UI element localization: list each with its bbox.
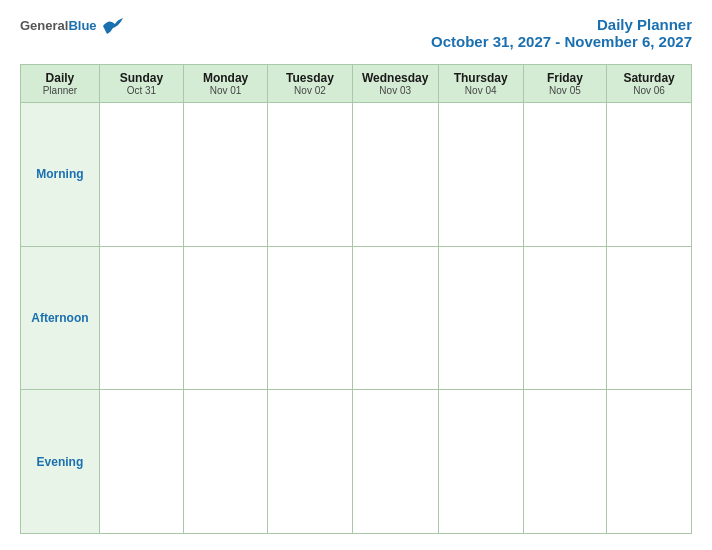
monday-date: Nov 01 xyxy=(188,85,263,96)
saturday-date: Nov 06 xyxy=(611,85,687,96)
cell-morning-thursday[interactable] xyxy=(438,103,523,247)
col-header-label: Daily Planner xyxy=(21,65,100,103)
cell-evening-thursday[interactable] xyxy=(438,390,523,534)
cell-afternoon-wednesday[interactable] xyxy=(352,246,438,390)
col-header-saturday: Saturday Nov 06 xyxy=(607,65,692,103)
cell-afternoon-tuesday[interactable] xyxy=(268,246,352,390)
cell-morning-monday[interactable] xyxy=(183,103,267,247)
wednesday-date: Nov 03 xyxy=(357,85,434,96)
cell-evening-sunday[interactable] xyxy=(99,390,183,534)
cell-evening-saturday[interactable] xyxy=(607,390,692,534)
cell-evening-tuesday[interactable] xyxy=(268,390,352,534)
logo: GeneralBlue xyxy=(20,16,123,34)
col-header-sunday: Sunday Oct 31 xyxy=(99,65,183,103)
col-header-label-line2: Planner xyxy=(25,85,95,96)
row-afternoon: Afternoon xyxy=(21,246,692,390)
col-header-tuesday: Tuesday Nov 02 xyxy=(268,65,352,103)
row-label-morning: Morning xyxy=(21,103,100,247)
cell-evening-monday[interactable] xyxy=(183,390,267,534)
cell-morning-wednesday[interactable] xyxy=(352,103,438,247)
row-morning: Morning xyxy=(21,103,692,247)
planner-date-range: October 31, 2027 - November 6, 2027 xyxy=(431,33,692,50)
logo-general: GeneralBlue xyxy=(20,18,97,33)
tuesday-day: Tuesday xyxy=(272,71,347,85)
cell-morning-tuesday[interactable] xyxy=(268,103,352,247)
title-block: Daily Planner October 31, 2027 - Novembe… xyxy=(431,16,692,50)
row-evening: Evening xyxy=(21,390,692,534)
cell-morning-saturday[interactable] xyxy=(607,103,692,247)
page-header: GeneralBlue Daily Planner October 31, 20… xyxy=(20,16,692,50)
cell-afternoon-monday[interactable] xyxy=(183,246,267,390)
cell-afternoon-sunday[interactable] xyxy=(99,246,183,390)
tuesday-date: Nov 02 xyxy=(272,85,347,96)
logo-icon xyxy=(101,16,123,34)
cell-afternoon-friday[interactable] xyxy=(523,246,606,390)
saturday-day: Saturday xyxy=(611,71,687,85)
thursday-date: Nov 04 xyxy=(443,85,519,96)
sunday-date: Oct 31 xyxy=(104,85,179,96)
col-header-label-line1: Daily xyxy=(25,71,95,85)
planner-title: Daily Planner xyxy=(431,16,692,33)
cell-evening-friday[interactable] xyxy=(523,390,606,534)
col-header-friday: Friday Nov 05 xyxy=(523,65,606,103)
sunday-day: Sunday xyxy=(104,71,179,85)
col-header-wednesday: Wednesday Nov 03 xyxy=(352,65,438,103)
wednesday-day: Wednesday xyxy=(357,71,434,85)
friday-day: Friday xyxy=(528,71,602,85)
col-header-monday: Monday Nov 01 xyxy=(183,65,267,103)
row-label-afternoon: Afternoon xyxy=(21,246,100,390)
friday-date: Nov 05 xyxy=(528,85,602,96)
row-label-evening: Evening xyxy=(21,390,100,534)
planner-table: Daily Planner Sunday Oct 31 Monday Nov 0… xyxy=(20,64,692,534)
cell-morning-friday[interactable] xyxy=(523,103,606,247)
cell-afternoon-saturday[interactable] xyxy=(607,246,692,390)
cell-morning-sunday[interactable] xyxy=(99,103,183,247)
cell-evening-wednesday[interactable] xyxy=(352,390,438,534)
col-header-thursday: Thursday Nov 04 xyxy=(438,65,523,103)
cell-afternoon-thursday[interactable] xyxy=(438,246,523,390)
monday-day: Monday xyxy=(188,71,263,85)
thursday-day: Thursday xyxy=(443,71,519,85)
